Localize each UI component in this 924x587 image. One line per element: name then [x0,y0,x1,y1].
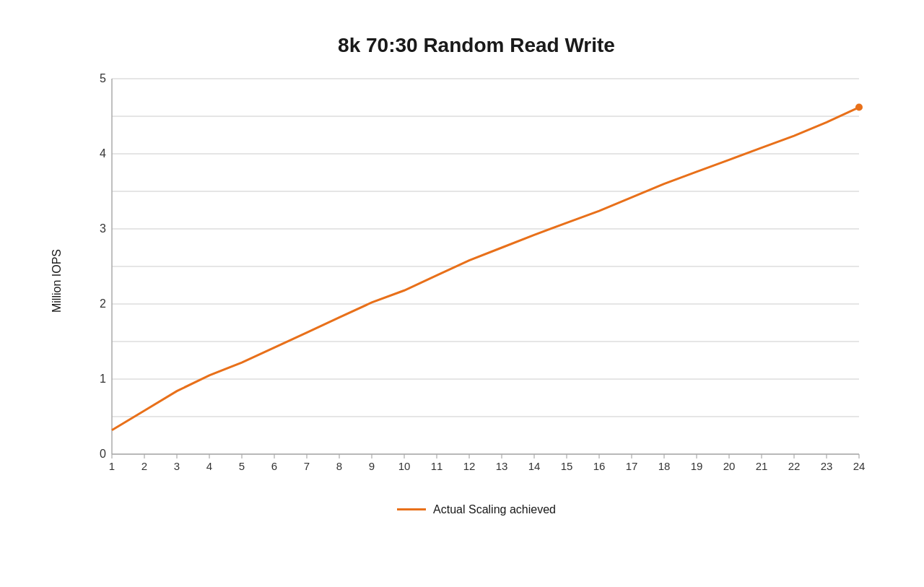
svg-text:21: 21 [756,460,768,472]
svg-text:2: 2 [141,460,147,472]
svg-text:15: 15 [561,460,573,472]
svg-text:18: 18 [658,460,671,472]
svg-point-67 [855,103,863,110]
data-line [112,107,859,430]
svg-text:4: 4 [100,147,106,160]
y-axis-label: Million IOPS [51,248,64,312]
svg-text:8: 8 [336,460,342,472]
svg-text:1: 1 [109,460,115,472]
chart-title: 8k 70:30 Random Read Write [72,34,881,57]
svg-text:12: 12 [463,460,476,472]
svg-text:5: 5 [239,460,245,472]
svg-text:17: 17 [626,460,638,472]
svg-text:6: 6 [271,460,277,472]
svg-text:2: 2 [100,297,106,310]
svg-text:7: 7 [304,460,310,472]
svg-text:0: 0 [100,448,106,460]
legend: Actual Scaling achieved [72,503,881,516]
svg-text:24: 24 [853,460,866,472]
chart-area: Million IOPS 012345123456789101112131415… [72,71,881,490]
svg-text:3: 3 [100,222,106,235]
svg-text:19: 19 [691,460,703,472]
svg-text:13: 13 [496,460,508,472]
svg-text:1: 1 [100,373,106,385]
svg-text:9: 9 [369,460,375,472]
legend-line-color [397,508,426,510]
svg-text:20: 20 [723,460,736,472]
svg-text:10: 10 [398,460,411,472]
svg-text:11: 11 [431,460,443,472]
svg-text:16: 16 [593,460,606,472]
svg-text:3: 3 [174,460,180,472]
svg-text:5: 5 [100,72,106,84]
svg-text:4: 4 [206,460,212,472]
svg-text:22: 22 [788,460,801,472]
chart-container: 8k 70:30 Random Read Write Million IOPS … [14,12,910,575]
svg-text:14: 14 [528,460,541,472]
chart-svg: 0123451234567891011121314151617181920212… [72,71,881,490]
svg-text:23: 23 [821,460,833,472]
legend-label: Actual Scaling achieved [433,503,556,516]
